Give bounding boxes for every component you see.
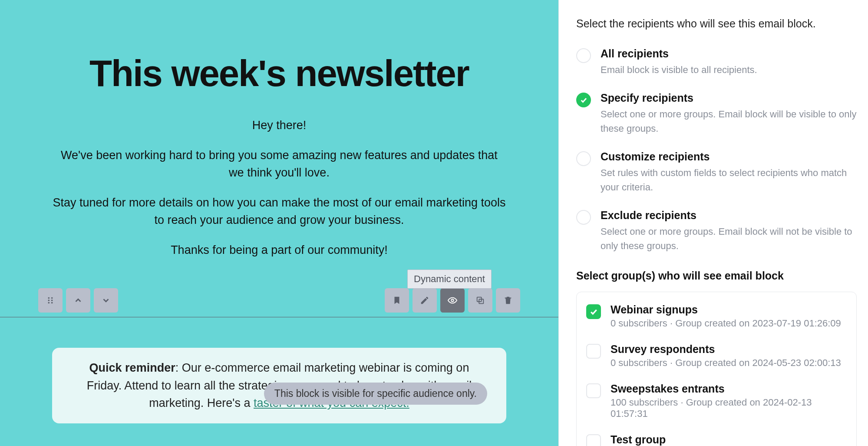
dynamic-content-tooltip: Dynamic content — [407, 270, 492, 289]
chevron-down-icon — [101, 296, 111, 305]
newsletter-header-block: This week's newsletter Hey there! We've … — [0, 0, 558, 288]
radio-indicator — [576, 48, 591, 63]
drag-handle-button[interactable] — [38, 288, 63, 313]
bookmark-button[interactable] — [385, 288, 409, 313]
move-down-button[interactable] — [94, 288, 118, 313]
bookmark-icon — [392, 296, 402, 305]
paragraph-1: We've been working hard to bring you som… — [52, 146, 506, 182]
check-icon — [589, 307, 598, 316]
svg-point-6 — [451, 299, 454, 302]
sidebar-instruction: Select the recipients who will see this … — [576, 17, 857, 30]
recipient-mode-list: All recipients Email block is visible to… — [576, 47, 857, 253]
svg-point-4 — [48, 302, 50, 304]
group-meta: 0 subscribers · Group created on 2023-07… — [611, 318, 841, 329]
radio-label: Specify recipients — [601, 92, 857, 104]
move-up-button[interactable] — [66, 288, 90, 313]
group-webinar-signups[interactable]: Webinar signups 0 subscribers · Group cr… — [586, 296, 847, 336]
group-meta: 0 subscribers · Group created on 2024-05… — [611, 357, 841, 369]
email-background: This week's newsletter Hey there! We've … — [0, 0, 558, 446]
radio-customize-recipients[interactable]: Customize recipients Set rules with cust… — [576, 150, 857, 194]
block-toolbar — [0, 288, 558, 313]
reminder-label: Quick reminder — [89, 361, 175, 374]
svg-point-2 — [48, 300, 50, 301]
drag-handle-icon — [46, 296, 55, 305]
radio-desc: Email block is visible to all recipients… — [601, 63, 757, 77]
group-name: Test group — [611, 433, 841, 446]
radio-specify-recipients[interactable]: Specify recipients Select one or more gr… — [576, 92, 857, 136]
chevron-up-icon — [73, 296, 83, 305]
radio-indicator — [576, 151, 591, 166]
email-canvas: This week's newsletter Hey there! We've … — [0, 0, 558, 446]
svg-point-1 — [51, 297, 53, 299]
duplicate-button[interactable] — [468, 288, 492, 313]
group-meta: 100 subscribers · Group created on 2024-… — [611, 397, 847, 419]
paragraph-3: Thanks for being a part of our community… — [52, 241, 506, 259]
svg-point-0 — [48, 297, 50, 299]
radio-label: Exclude recipients — [601, 209, 857, 222]
radio-label: All recipients — [601, 47, 757, 60]
group-name: Survey respondents — [611, 343, 841, 356]
group-name: Sweepstakes entrants — [611, 383, 847, 395]
radio-desc: Select one or more groups. Email block w… — [601, 107, 857, 136]
radio-exclude-recipients[interactable]: Exclude recipients Select one or more gr… — [576, 209, 857, 253]
radio-desc: Select one or more groups. Email block w… — [601, 224, 857, 253]
radio-label: Customize recipients — [601, 150, 857, 163]
svg-point-5 — [51, 302, 53, 304]
radio-desc: Set rules with custom fields to select r… — [601, 166, 857, 194]
group-name: Webinar signups — [611, 303, 841, 316]
reminder-block[interactable]: Quick reminder: Our e-commerce email mar… — [0, 317, 558, 428]
trash-icon — [503, 296, 513, 305]
group-test-group[interactable]: Test group 0 subscribers · Group created… — [586, 426, 847, 446]
groups-list: Webinar signups 0 subscribers · Group cr… — [576, 292, 857, 446]
check-icon — [580, 96, 587, 104]
checkbox — [586, 383, 601, 398]
radio-all-recipients[interactable]: All recipients Email block is visible to… — [576, 47, 857, 77]
newsletter-title: This week's newsletter — [52, 52, 506, 95]
greeting-text: Hey there! — [52, 116, 506, 134]
edit-button[interactable] — [413, 288, 437, 313]
copy-icon — [475, 296, 485, 305]
radio-indicator-checked — [576, 93, 591, 107]
checkbox — [586, 344, 601, 359]
group-survey-respondents[interactable]: Survey respondents 0 subscribers · Group… — [586, 336, 847, 376]
radio-indicator — [576, 210, 591, 225]
group-sweepstakes-entrants[interactable]: Sweepstakes entrants 100 subscribers · G… — [586, 376, 847, 426]
settings-sidebar: Select the recipients who will see this … — [558, 0, 868, 446]
delete-button[interactable] — [496, 288, 520, 313]
pencil-icon — [420, 296, 429, 305]
checkbox-checked — [586, 304, 601, 319]
paragraph-2: Stay tuned for more details on how you c… — [52, 194, 506, 229]
groups-heading: Select group(s) who will see email block — [576, 270, 857, 282]
svg-point-3 — [51, 300, 53, 301]
dynamic-content-button[interactable] — [440, 288, 465, 313]
checkbox — [586, 434, 601, 446]
visibility-notice: This block is visible for specific audie… — [264, 383, 487, 405]
eye-icon — [448, 296, 457, 305]
newsletter-body: Hey there! We've been working hard to br… — [52, 116, 506, 259]
